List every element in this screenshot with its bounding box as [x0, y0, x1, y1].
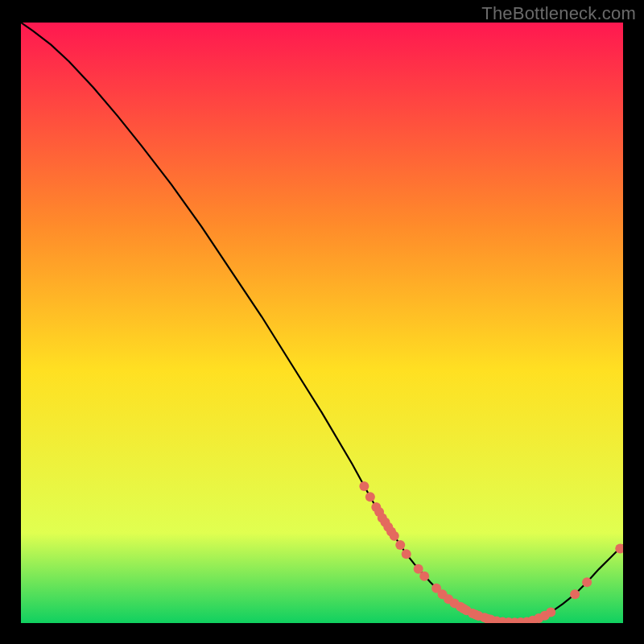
plot-area [21, 23, 623, 623]
data-marker [395, 540, 405, 550]
watermark-text: TheBottleneck.com [481, 3, 636, 24]
chart-svg [21, 23, 623, 623]
data-marker [365, 492, 375, 502]
chart-frame: TheBottleneck.com [0, 0, 644, 644]
data-marker [402, 549, 411, 559]
data-marker [570, 589, 580, 599]
data-marker [390, 531, 399, 541]
data-marker [419, 572, 429, 581]
gradient-background [21, 23, 623, 623]
data-marker [582, 577, 592, 587]
data-marker [546, 608, 555, 617]
data-marker [359, 481, 369, 491]
